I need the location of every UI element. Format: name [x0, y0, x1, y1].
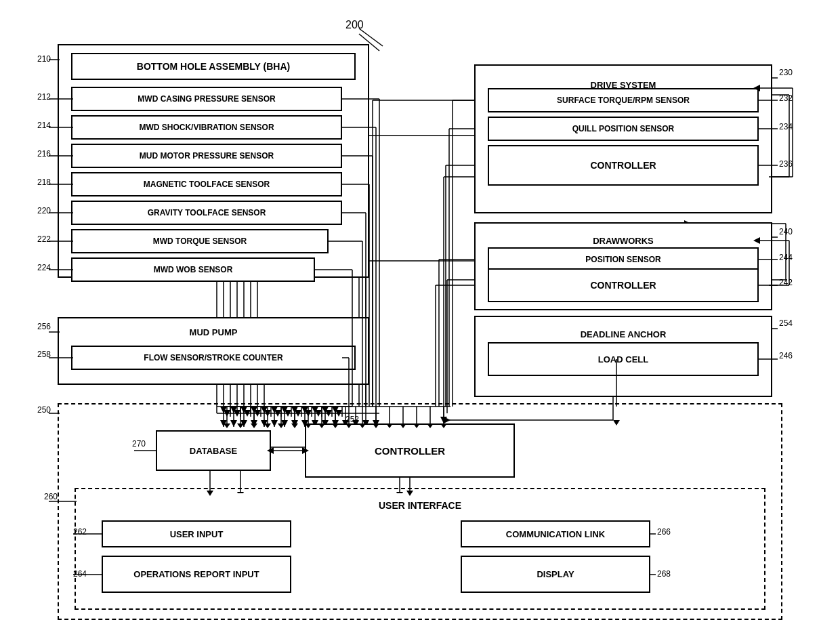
user-input-box: USER INPUT	[102, 520, 291, 547]
load-cell-box: LOAD CELL	[488, 342, 759, 376]
gravity-box: GRAVITY TOOLFACE SENSOR	[71, 201, 342, 225]
diagram-number: 200	[345, 19, 364, 31]
label-244: 244	[779, 253, 793, 262]
label-242: 242	[779, 278, 793, 287]
mwd-casing-box: MWD CASING PRESSURE SENSOR	[71, 87, 342, 111]
deadline-anchor-title: DEADLINE ANCHOR	[488, 324, 759, 344]
drawworks-controller-box: CONTROLLER	[488, 268, 759, 302]
label-234: 234	[779, 122, 793, 131]
mwd-wob-box: MWD WOB SENSOR	[71, 257, 315, 282]
label-254: 254	[779, 318, 793, 328]
label-268: 268	[657, 569, 671, 579]
label-264: 264	[73, 569, 87, 579]
label-246: 246	[779, 351, 793, 360]
label-222: 222	[37, 234, 51, 244]
diagram: 200 BOTTOM HOLE ASSEMBLY (BHA) 210 MWD C…	[0, 0, 840, 643]
database-box: DATABASE	[156, 430, 271, 471]
label-270: 270	[132, 439, 146, 449]
label-236: 236	[779, 159, 793, 169]
mwd-shock-box: MWD SHOCK/VIBRATION SENSOR	[71, 115, 342, 140]
magnetic-box: MAGNETIC TOOLFACE SENSOR	[71, 172, 342, 196]
label-220: 220	[37, 206, 51, 215]
label-256: 256	[37, 322, 51, 331]
bha-title-box: BOTTOM HOLE ASSEMBLY (BHA)	[71, 53, 356, 80]
label-232: 232	[779, 94, 793, 103]
label-250: 250	[37, 405, 51, 415]
label-212: 212	[37, 92, 51, 102]
label-216: 216	[37, 149, 51, 159]
mud-motor-box: MUD MOTOR PRESSURE SENSOR	[71, 144, 342, 168]
label-224: 224	[37, 263, 51, 272]
ops-report-box: OPERATIONS REPORT INPUT	[102, 556, 291, 593]
flow-sensor-box: FLOW SENSOR/STROKE COUNTER	[71, 346, 356, 370]
label-258: 258	[37, 350, 51, 359]
quill-position-box: QUILL POSITION SENSOR	[488, 117, 759, 141]
main-controller-box: CONTROLLER	[305, 423, 515, 478]
label-230: 230	[779, 68, 793, 77]
mwd-torque-box: MWD TORQUE SENSOR	[71, 229, 329, 253]
label-210: 210	[37, 54, 51, 64]
label-214: 214	[37, 121, 51, 130]
label-240: 240	[779, 227, 793, 236]
mud-pump-box: MUD PUMP	[71, 322, 356, 342]
surface-torque-box: SURFACE TORQUE/RPM SENSOR	[488, 88, 759, 112]
label-252: 252	[345, 415, 359, 424]
label-266: 266	[657, 527, 671, 537]
label-262: 262	[73, 527, 87, 537]
label-218: 218	[37, 178, 51, 187]
drive-controller-box: CONTROLLER	[488, 145, 759, 186]
display-box: DISPLAY	[461, 556, 650, 593]
user-interface-title: USER INTERFACE	[88, 493, 752, 517]
label-260: 260	[44, 492, 58, 501]
comm-link-box: COMMUNICATION LINK	[461, 520, 650, 547]
